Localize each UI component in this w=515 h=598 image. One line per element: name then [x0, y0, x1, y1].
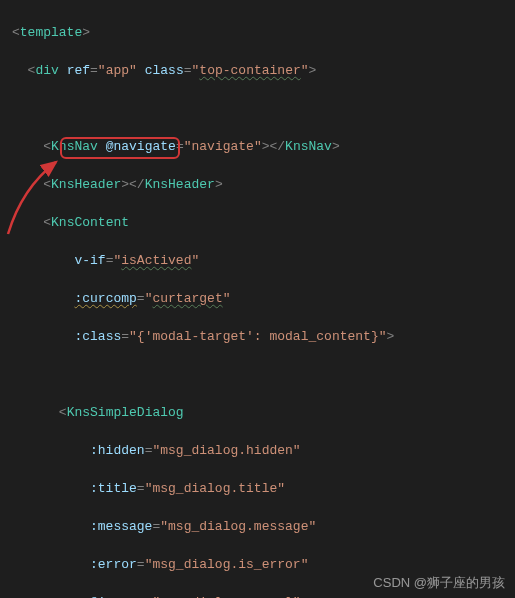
code-line: @ignore="msg_dialog_cancel" [12, 593, 515, 598]
code-line: v-if="isActived" [12, 251, 515, 270]
code-line: :hidden="msg_dialog.hidden" [12, 441, 515, 460]
code-line: :class="{'modal-target': modal_content}"… [12, 327, 515, 346]
code-line: :title="msg_dialog.title" [12, 479, 515, 498]
watermark-text: CSDN @狮子座的男孩 [373, 573, 505, 592]
code-line: :error="msg_dialog.is_error" [12, 555, 515, 574]
code-line [12, 365, 515, 384]
code-line: <KnsSimpleDialog [12, 403, 515, 422]
code-line: <KnsContent [12, 213, 515, 232]
code-line: <KnsHeader></KnsHeader> [12, 175, 515, 194]
code-line: :message="msg_dialog.message" [12, 517, 515, 536]
code-line: :curcomp="curtarget" [12, 289, 515, 308]
code-line: <div ref="app" class="top-container"> [12, 61, 515, 80]
code-line [12, 99, 515, 118]
code-line: <template> [12, 23, 515, 42]
code-line: <KnsNav @navigate="navigate"></KnsNav> [12, 137, 515, 156]
code-editor[interactable]: <template> <div ref="app" class="top-con… [0, 0, 515, 598]
